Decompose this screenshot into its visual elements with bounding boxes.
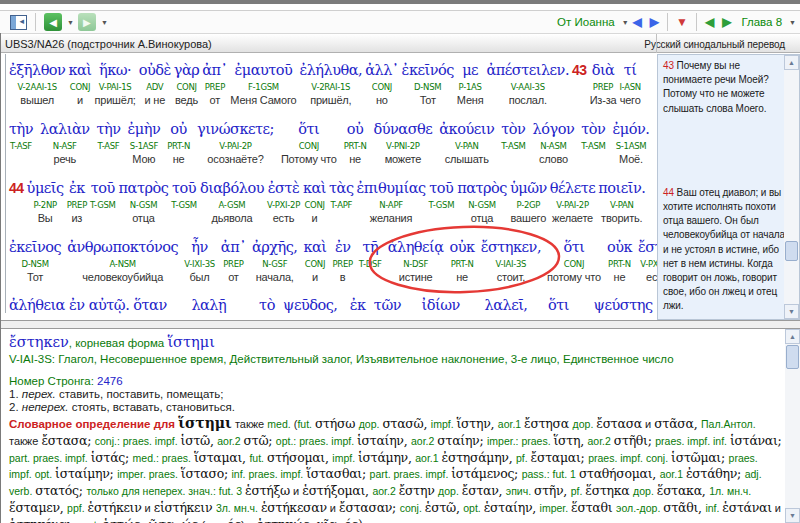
interlinear-word[interactable]: ἐλήλυθα,V-2RAI-1Sпришёл, (299, 58, 362, 107)
interlinear-word[interactable]: οὐPRT-Nне (167, 117, 190, 166)
dict-segment: дор. (438, 485, 462, 497)
interlinear-word[interactable]: γινώσκετε;V-PAI-2Pосознаёте? (197, 117, 274, 166)
interlinear-word[interactable]: γὰρCONJведь (174, 58, 199, 107)
interlinear-word[interactable]: ἀπ᾽PREPот (202, 58, 227, 107)
interlinear-word[interactable]: ἀπέστειλεν.V-AAI-3Sпослал. (486, 58, 569, 107)
next-book-button[interactable]: ▶ (650, 15, 659, 29)
interlinear-word[interactable]: ἐμόν.S-1ASMМоё. (613, 117, 650, 166)
dict-segment: fut. 3 (219, 485, 245, 497)
interlinear-word[interactable]: πατρὸςN-GSMотца (119, 176, 169, 225)
strong-number-line: Номер Стронга: 2476 (9, 375, 785, 387)
interlinear-word[interactable]: ἐνPREPв (333, 235, 353, 284)
panel-toggle-icon[interactable] (10, 15, 27, 30)
chapter-select-caret[interactable]: ▼ (789, 19, 796, 26)
interlinear-word[interactable]: ἀληθείᾳN-DSFистине (388, 235, 444, 284)
interlinear-word[interactable]: ἐμαυτοῦF-1GSMМеня Самого (230, 58, 296, 107)
interlinear-word[interactable]: λόγονN-ASMслово (533, 117, 575, 166)
interlinear-word[interactable]: οὐPRT-Nне (344, 117, 367, 166)
morph-tag: N-GSF (252, 259, 298, 270)
interlinear-word[interactable]: ἐκPREPиз (67, 176, 87, 225)
book-select-caret[interactable]: ▼ (622, 19, 629, 26)
interlinear-word[interactable]: ἀνθρωποκτόνοςA-NSMчеловекоубийца (67, 235, 178, 284)
dict-segment: и (290, 485, 302, 497)
russian-gloss: пришёл; (94, 93, 135, 107)
interlinear-word[interactable]: τοῦT-GSM (90, 176, 116, 225)
pane-splitter[interactable] (0, 320, 800, 329)
interlinear-word[interactable]: τὴνT-ASF (9, 117, 33, 166)
back-dropdown-caret[interactable]: ▼ (67, 19, 74, 26)
interlinear-word[interactable]: διαβόλουA-GSMдьявола (200, 176, 264, 225)
interlinear-word[interactable]: τὴνT-ASF (97, 117, 121, 166)
interlinear-word[interactable]: ἐκεῖνοςD-NSMТот (9, 235, 61, 284)
interlinear-word[interactable]: ὅτιCONJПотому что (281, 117, 337, 166)
interlinear-word[interactable]: ἐμὴνS-1ASFМою (128, 117, 161, 166)
next-chapter-button[interactable]: ▶ (722, 15, 731, 29)
interlinear-word[interactable]: τὸνT-ASM (501, 117, 525, 166)
dict-segment: impf. (431, 418, 457, 430)
interlinear-word[interactable]: μεP-1ASМеня (457, 58, 484, 107)
app-window: ◀ ▼ ▶ ▼ От Иоанна ▼ ◀ ▶ ▼ ◀ ▶ Глава 8 ▼ … (0, 0, 800, 523)
interlinear-word[interactable]: πατρὸςN-GSMотца (457, 176, 507, 225)
interlinear-word[interactable]: καὶCONJи (303, 176, 326, 225)
interlinear-word[interactable]: τῇT-DSF (359, 235, 382, 284)
interlinear-word[interactable]: ὅτιCONJпотому что (547, 235, 601, 284)
interlinear-word[interactable]: τὰςT-APF (329, 176, 353, 225)
interlinear-lines: ἐξῆλθονV-2AAI-1SвышелκαὶCONJиἥκω·V-PAI-1… (5, 54, 655, 313)
interlinear-word[interactable]: λαλιὰνN-ASFречь (40, 117, 89, 166)
forward-dropdown-caret[interactable]: ▼ (101, 19, 108, 26)
scroll-down-button[interactable]: ▼ (784, 304, 799, 319)
scrollbar-thumb[interactable] (785, 241, 798, 261)
interlinear-word[interactable]: τὸνT-ASM (581, 117, 605, 166)
chapter-select[interactable]: Глава 8 (735, 16, 788, 28)
interlinear-word[interactable]: ἐκεῖνόςD-NSMТот (402, 58, 454, 107)
interlinear-word[interactable]: ἐξῆλθονV-2AAI-1Sвышел (9, 58, 65, 107)
interlinear-word[interactable]: διὰPREPИз-за (590, 58, 617, 107)
interlinear-word[interactable]: θέλετεV-PAI-2Pжелаете (550, 176, 595, 225)
scrollbar-thumb[interactable] (786, 345, 799, 369)
dict-segment: ἑστάναι (722, 500, 771, 515)
interlinear-word[interactable]: ἔστινV-PXI-3Sесть (638, 235, 657, 284)
morph-tag: D-NSM (9, 259, 61, 270)
interlinear-word[interactable]: τοῦT-GSM (429, 176, 455, 225)
interlinear-word[interactable]: καὶCONJи (68, 58, 91, 107)
dict-segment: ἱστάμην, (358, 450, 415, 465)
interlinear-word[interactable]: ἀκούεινV-PANслышать (439, 117, 494, 166)
russian-gloss (90, 211, 116, 225)
interlinear-word[interactable]: οὐκPRT-Nне (607, 235, 632, 284)
back-button[interactable]: ◀ (44, 13, 62, 31)
interlinear-word[interactable]: ἐπιθυμίαςN-APFжелания (357, 176, 426, 225)
scroll-up-button[interactable]: ▲ (784, 55, 799, 70)
interlinear-word[interactable]: οὐκPRT-Nне (450, 235, 475, 284)
interlinear-word[interactable]: ἀλλ᾽CONJно (365, 58, 398, 107)
scroll-up-button[interactable]: ▲ (785, 329, 800, 344)
prev-chapter-button[interactable]: ◀ (705, 15, 714, 29)
morph-tag: T-DSF (359, 259, 382, 270)
interlinear-word[interactable]: τοῦT-GSM (171, 176, 197, 225)
prev-book-button[interactable]: ◀ (633, 15, 642, 29)
interlinear-word[interactable]: δύνασθεV-PNI-2Pможете (374, 117, 433, 166)
interlinear-word[interactable]: ποιεῖν.V-PANтворить. (598, 176, 645, 225)
interlinear-word[interactable]: ἔστηκεν,V-IAI-3Sстоит, (481, 235, 541, 284)
interlinear-word[interactable]: καὶCONJи (303, 235, 326, 284)
lexicon-scrollbar[interactable]: ▲ ▼ (785, 329, 800, 523)
interlinear-word[interactable]: ἦνV-IXI-3Sбыл (184, 235, 215, 284)
forward-button[interactable]: ▶ (78, 13, 96, 31)
scroll-down-button[interactable]: ▼ (785, 508, 800, 523)
interlinear-word[interactable]: ὑμεῖςP-2NPВы (27, 176, 64, 225)
interlinear-word[interactable]: ἐστὲV-PXI-2Pесть (267, 176, 300, 225)
interlinear-word[interactable]: τίI-ASNчего (619, 58, 640, 107)
interlinear-word[interactable]: οὐδὲADVи не (139, 58, 171, 107)
dict-segment: ἑστηκώς, υῖα, ός) (257, 517, 363, 523)
translation-scrollbar[interactable]: ▲ ▼ (784, 55, 799, 319)
interlinear-word[interactable]: ἀρχῆς,N-GSFначала, (252, 235, 298, 284)
book-select[interactable]: От Иоанна (551, 16, 621, 28)
greek-word: διὰ (590, 58, 617, 82)
interlinear-word[interactable]: ὑμῶνP-2GPвашего (510, 176, 547, 225)
go-down-button[interactable]: ▼ (676, 15, 688, 29)
interlinear-word[interactable]: ἥκω·V-PAI-1Sпришёл; (94, 58, 135, 107)
interlinear-word[interactable]: ἀπ᾽PREPот (221, 235, 246, 284)
morph-tag: N-APF (357, 200, 426, 211)
greek-word: ὅτι (281, 117, 337, 141)
greek-word: οὐ (167, 117, 190, 141)
russian-gloss: ведь (174, 93, 199, 107)
